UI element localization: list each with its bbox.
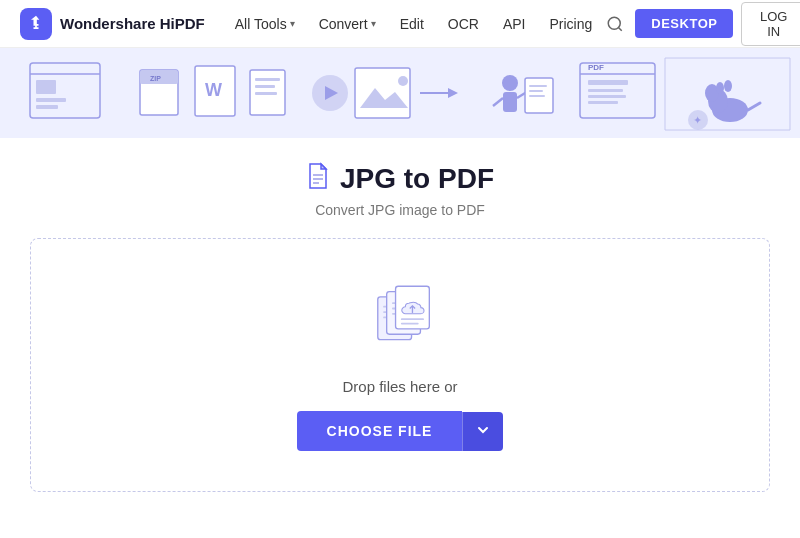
- chevron-down-icon: [477, 424, 489, 436]
- navbar: Wondershare HiPDF All Tools ▾ Convert ▾ …: [0, 0, 800, 48]
- nav-pricing[interactable]: Pricing: [540, 10, 603, 38]
- svg-rect-18: [355, 68, 410, 118]
- drop-zone[interactable]: Drop files here or CHOOSE FILE: [30, 238, 770, 492]
- app-logo-icon: [20, 8, 52, 40]
- svg-rect-15: [255, 92, 277, 95]
- page-subtitle: Convert JPG image to PDF: [315, 202, 485, 218]
- upload-illustration: [360, 279, 440, 358]
- nav-actions: DESKTOP LOG IN: [602, 2, 800, 46]
- nav-ocr[interactable]: OCR: [438, 10, 489, 38]
- logo-area[interactable]: Wondershare HiPDF: [20, 8, 205, 40]
- svg-rect-29: [529, 90, 543, 92]
- svg-rect-34: [588, 80, 628, 85]
- search-icon: [606, 15, 624, 33]
- app-name: Wondershare HiPDF: [60, 15, 205, 32]
- file-icon-svg: [306, 162, 330, 190]
- search-button[interactable]: [602, 8, 627, 40]
- login-button[interactable]: LOG IN: [741, 2, 800, 46]
- logo-svg: [26, 14, 46, 34]
- svg-rect-30: [529, 95, 545, 97]
- svg-rect-35: [588, 89, 623, 92]
- nav-api[interactable]: API: [493, 10, 536, 38]
- svg-rect-4: [36, 80, 56, 94]
- svg-rect-14: [255, 85, 275, 88]
- nav-edit[interactable]: Edit: [390, 10, 434, 38]
- svg-rect-63: [401, 318, 424, 320]
- main-content: JPG to PDF Convert JPG image to PDF: [0, 138, 800, 512]
- svg-rect-36: [588, 95, 626, 98]
- choose-file-dropdown-button[interactable]: [462, 412, 503, 451]
- svg-point-42: [724, 80, 732, 92]
- svg-text:✦: ✦: [693, 114, 702, 126]
- svg-text:PDF: PDF: [588, 63, 604, 72]
- hero-illustration: ZIP W PDF: [0, 48, 800, 138]
- svg-rect-37: [588, 101, 618, 104]
- nav-links: All Tools ▾ Convert ▾ Edit OCR API Prici…: [225, 10, 603, 38]
- page-title-area: JPG to PDF: [306, 162, 494, 196]
- drop-text: Drop files here or: [342, 378, 457, 395]
- svg-rect-13: [255, 78, 280, 81]
- nav-all-tools[interactable]: All Tools ▾: [225, 10, 305, 38]
- svg-point-20: [398, 76, 408, 86]
- jpg-file-icon: [306, 162, 330, 196]
- nav-convert[interactable]: Convert ▾: [309, 10, 386, 38]
- svg-text:W: W: [205, 80, 222, 100]
- hero-banner: ZIP W PDF: [0, 48, 800, 138]
- svg-rect-64: [401, 323, 419, 325]
- svg-rect-28: [529, 85, 547, 87]
- svg-point-41: [716, 82, 724, 94]
- svg-point-0: [608, 17, 620, 29]
- desktop-button[interactable]: DESKTOP: [635, 9, 733, 38]
- page-title: JPG to PDF: [340, 163, 494, 195]
- svg-text:ZIP: ZIP: [150, 75, 161, 82]
- svg-rect-6: [36, 105, 58, 109]
- chevron-down-icon: ▾: [371, 18, 376, 29]
- choose-file-group: CHOOSE FILE: [297, 411, 504, 451]
- choose-file-button[interactable]: CHOOSE FILE: [297, 411, 463, 451]
- chevron-down-icon: ▾: [290, 18, 295, 29]
- upload-svg: [360, 279, 440, 354]
- svg-rect-5: [36, 98, 66, 102]
- svg-point-23: [502, 75, 518, 91]
- svg-rect-24: [503, 92, 517, 112]
